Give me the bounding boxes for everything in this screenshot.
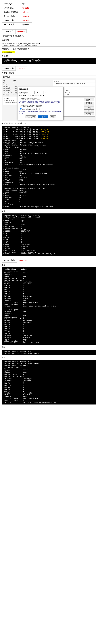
disk-file-input[interactable] [54, 82, 95, 85]
cmd-name: Extend 扩展 [2, 18, 20, 22]
recommended-size: 针对 Ubuntu 64 位 的建议大小: 20 GB [19, 95, 62, 97]
back-button[interactable]: < 上一步(B) [26, 116, 36, 118]
terminal-pv-setup: [root@localhost ~]# ll /dev/sd* brw-rw--… [1, 126, 97, 209]
device-name: 处理器 [3, 84, 13, 86]
vm-settings-dialog: 虚拟机设置 设备摘要 内存4 GB处理器2硬盘 (SCSI)20 GB硬盘 2 … [1, 75, 97, 121]
command-table: Scan 扫描vgscanCreate 建立vgcreateDisplay 查看… [1, 2, 32, 27]
cmd-name: Display 查看信息 [2, 10, 20, 14]
device-name: 硬盘 3 (SCSI) [3, 90, 13, 92]
device-name: 网络适配器 [3, 94, 13, 96]
allocate-hint: 分配所有容量可以提高性能，但要求所有物理磁盘空间立即可用。如果不立即分配所有空间… [19, 101, 62, 104]
para-2-3: 扩展 [1, 210, 97, 213]
device-name: 硬盘 2 (SCSI) [3, 88, 13, 90]
terminal-vgdisplay-1: [root@localhost ~]# vgdisplay --- Volume… [1, 267, 97, 345]
cancel-button[interactable]: 取消 [50, 116, 56, 118]
terminal-vgdisplay-2: [root@localhost ~]# vgremove vg0 Volume … [1, 360, 97, 404]
disk-file-label: 磁盘文件 [54, 81, 94, 82]
disk-icon [4, 98, 5, 99]
device-summary: 2 [13, 84, 52, 86]
sum-col-header: 摘要 [13, 80, 52, 82]
cmd-value: vgscan [20, 2, 32, 6]
cmd-name: Reduce 减少 [2, 22, 20, 27]
wizard-title: 指定磁盘容量 [19, 88, 62, 90]
section-create-cmd: vgcreate [15, 30, 27, 34]
terminal-vgremove: [root@localhost ~]# vgremove vg0 Volume … [1, 350, 97, 356]
device-name: CD/DVD (SATA) [3, 92, 13, 94]
terminal-vgextend: [root@localhost ~]# vgextend vg0 /dev/sd… [1, 214, 97, 256]
cmd-value: vgextend [20, 18, 32, 22]
section-remove: Remove 删除vgremove [1, 258, 97, 262]
hw-new-disk[interactable]: 硬盘 4 (SCSI) [6, 100, 14, 102]
split-hint: 拆分磁盘后，可以更轻松地在计算机之间移动虚拟机，但可能会降低大容量磁盘的性能。 [19, 111, 62, 114]
split-file-radio[interactable]: 将虚拟磁盘拆分成多个文件(M) [19, 108, 42, 110]
disk-action-button[interactable]: 扩展(E)... [84, 106, 94, 109]
cmd-name: Create 建立 [2, 6, 20, 10]
dialog-title: 虚拟机设置 [2, 76, 96, 79]
device-name: 硬盘 (SCSI) [3, 86, 13, 88]
disk-action-button[interactable]: 碎片整理(D) [84, 102, 94, 106]
disk-icon [4, 100, 5, 101]
cmd-value: vgreduce [20, 22, 32, 27]
disk-action-button[interactable]: 压缩(C) [84, 110, 94, 112]
para-1-4: 分区需要格式化 [1, 51, 97, 54]
device-row[interactable]: 内存4 GB [3, 82, 52, 84]
para-1-5: 创建卷组 [1, 55, 97, 58]
disk-file-group: 磁盘文件 [53, 80, 95, 86]
allocate-now-checkbox[interactable]: 立即分配所有磁盘空间(A)。 [19, 98, 41, 100]
para-3-3: 查看 [1, 356, 97, 359]
cmd-row: Remove 删除vgremove [2, 14, 32, 18]
single-file-radio[interactable]: 将虚拟磁盘存储为单个文件(O) [19, 105, 42, 107]
cmd-name: Remove 删除 [2, 14, 20, 18]
stepper-icon[interactable]: ▴▾ [44, 92, 46, 94]
terminal-create-2: [root@localhost ~]# vgcreate vg0 /dev/sd… [1, 58, 97, 64]
cmd-row: Display 查看信息vgdisplay [2, 10, 32, 14]
section-remove-name: Remove 删除 [1, 258, 17, 262]
section-create-name: Create 建立 [1, 30, 15, 34]
hw-dev-header: 设备 [6, 98, 18, 99]
cmd-value: vgcreate [20, 6, 32, 10]
cmd-row: Scan 扫描vgscan [2, 2, 32, 6]
section-create: Create 建立vgcreate [1, 30, 97, 34]
cmd-row: Create 建立vgcreate [2, 6, 32, 10]
section-extend-name: Extend 扩展 [1, 66, 16, 70]
para-3-1: 查看 [1, 264, 97, 266]
section-extend-cmd: vgextend [15, 66, 27, 70]
para-1-1: 1.硬盘直接创建为物理卷的 [1, 35, 97, 38]
disk-size-input[interactable] [34, 91, 44, 94]
section-remove-cmd: vgremove [17, 258, 29, 262]
add-disk-wizard: 指定磁盘容量 最大磁盘大小 (GB)(S): ▴▾ 针对 Ubuntu 64 位… [18, 87, 63, 120]
device-name: 内存 [3, 82, 13, 84]
cmd-row: Reduce 减少vgreduce [2, 22, 32, 27]
next-button[interactable]: 下一步(N) > [38, 116, 49, 118]
terminal-create-1: [root@localhost ~]# vgcreate vg0 /dev/sd… [1, 42, 97, 46]
cmd-value: vgdisplay [20, 10, 32, 14]
device-summary: 4 GB [13, 82, 52, 84]
para-1-2: 创建卷组 [1, 38, 97, 41]
disk-size-label: 最大磁盘大小 (GB)(S): [19, 92, 34, 94]
section-extend: Extend 扩展vgextend [1, 66, 97, 70]
cmd-value: vgremove [20, 14, 32, 18]
para-2-2: 把新添加的一个硬盘创建为pv [1, 122, 97, 125]
highlight-format: 分区需要格式化 [1, 51, 15, 54]
dev-col-header: 设备 [3, 80, 13, 82]
cmd-name: Scan 扫描 [2, 2, 20, 6]
cmd-row: Extend 扩展vgextend [2, 18, 32, 22]
device-row[interactable]: 处理器2 [3, 84, 52, 86]
disk-action-button[interactable]: 高级(V)... [84, 112, 94, 115]
para-1-3: 2.硬盘划分分区后创建为物理卷的 [1, 48, 97, 50]
disk-action-button[interactable]: 映射(M)... [84, 98, 94, 101]
para-2-1: 在添加一块硬盘 [1, 72, 97, 74]
para-3-2: 删除 [1, 346, 97, 349]
